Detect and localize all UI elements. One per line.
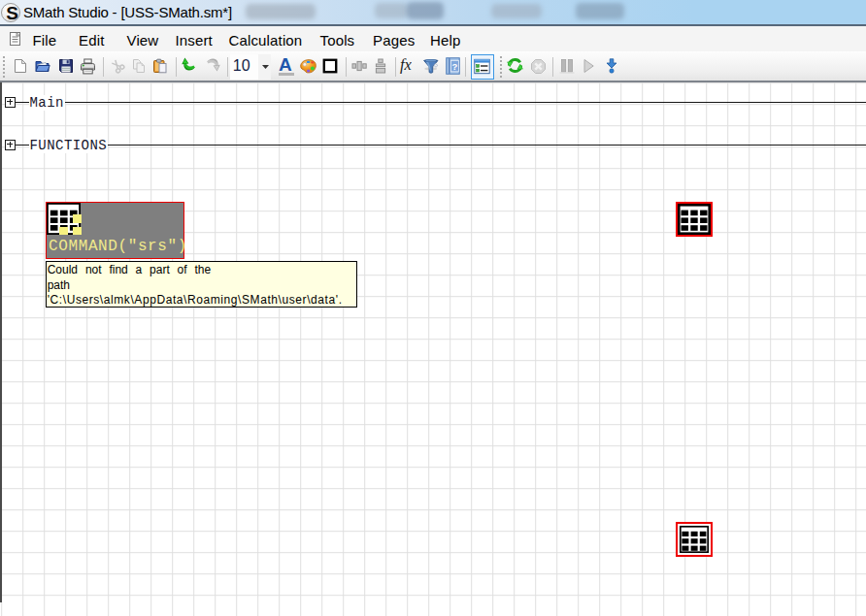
svg-text:?: ? bbox=[451, 61, 457, 72]
